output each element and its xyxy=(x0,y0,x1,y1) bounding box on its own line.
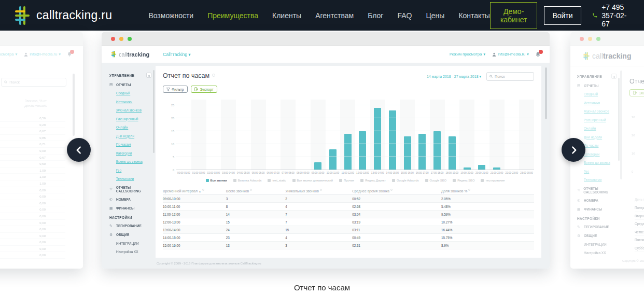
sidebar-report-link[interactable]: Источники xyxy=(116,100,156,104)
nav-link[interactable]: Клиенты xyxy=(272,11,301,20)
sidebar-report-link[interactable]: Категории xyxy=(116,151,156,155)
window-close-dot[interactable] xyxy=(111,37,115,41)
sidebar-report-link[interactable]: Гео xyxy=(116,169,156,172)
sidebar-report-link[interactable]: Сводный xyxy=(584,92,621,96)
sidebar-report-link[interactable]: Онлайн xyxy=(116,125,156,129)
sidebar-item-reports[interactable]: ▤ОТЧЕТЫ xyxy=(109,82,156,87)
nav-link[interactable]: FAQ xyxy=(397,11,412,20)
sidebar-item-finance[interactable]: ▦ФИНАНСЫ xyxy=(577,207,621,212)
sidebar-report-link[interactable]: Расширенный xyxy=(584,118,621,122)
table-row[interactable]: 14:00-15:0023400:4915.75% xyxy=(163,234,534,242)
sidebar-item-reports[interactable]: ▤ОТЧЕТЫ xyxy=(577,83,621,88)
filter-button[interactable]: Фильтр xyxy=(163,86,188,93)
sidebar-item-setting[interactable]: ⚙ОБЩИЕ xyxy=(109,233,156,237)
sidebar-report-link[interactable]: Журнал звонков xyxy=(584,109,621,113)
table-column-header[interactable]: Всего звонков xyxy=(226,187,286,195)
column-help-icon[interactable] xyxy=(250,189,252,191)
table-row[interactable]: 11:00-12:0014703:049.59% xyxy=(163,211,534,218)
sidebar-item-numbers[interactable]: ✆НОМЕРА xyxy=(577,199,621,203)
nav-link[interactable]: Агентствам xyxy=(315,11,354,20)
sidebar-item-setting[interactable]: ⚙ОБЩИЕ xyxy=(577,234,621,238)
legend-item[interactable]: Яндекс SEO xyxy=(453,179,474,182)
brand-logo[interactable]: calltracking.ru xyxy=(13,5,112,26)
sidebar-item-setting[interactable]: ✎ТЕГИРОВАНИЕ xyxy=(109,224,156,228)
search-input[interactable] xyxy=(486,72,534,81)
view-mode-dropdown[interactable]: Режим просмотра▾ xyxy=(0,52,17,57)
table-column-header[interactable]: Среднее время звонка xyxy=(352,187,441,195)
phone-contact[interactable]: +7 495 357-02-67 xyxy=(592,3,631,28)
legend-item[interactable]: Google Adwords xyxy=(392,179,419,182)
legend-item[interactable]: тестирование xyxy=(481,179,505,182)
chart-bar[interactable] xyxy=(418,134,426,170)
legend-item[interactable]: Прочие xyxy=(339,179,354,182)
search-field[interactable] xyxy=(9,80,63,84)
help-icon[interactable] xyxy=(212,74,215,77)
table-row[interactable]: 13:00-14:00241503:1116.44% xyxy=(163,226,534,234)
scrollbar-thumb[interactable] xyxy=(545,67,547,119)
table-column-header[interactable]: Временной интервал▲ xyxy=(163,187,226,195)
sidebar-item-setting[interactable]: ИНТЕГРАЦИИ xyxy=(116,242,156,245)
sidebar-report-link[interactable]: Дни недели xyxy=(584,135,621,139)
notifications-bell-icon[interactable] xyxy=(67,52,72,57)
sidebar-item-callscoring[interactable]: ☆ОТЧЕТЫ CALLSCORING xyxy=(577,187,621,194)
sidebar-report-link[interactable]: Сводный xyxy=(116,91,156,95)
sidebar-collapse-button[interactable]: ◂ xyxy=(146,73,151,78)
table-row[interactable]: 12:00-13:0015703:1910.27% xyxy=(163,218,534,226)
chart-bar[interactable] xyxy=(389,110,396,170)
sidebar-report-link[interactable]: Журнал звонков xyxy=(116,108,156,112)
sidebar-report-link[interactable]: Технологии xyxy=(584,178,621,181)
nav-link[interactable]: Преимущества xyxy=(207,11,258,20)
app-logo[interactable]: calltracking xyxy=(111,51,149,58)
window-zoom-dot[interactable] xyxy=(128,37,132,41)
chart-bar[interactable] xyxy=(329,149,337,170)
sidebar-item-setting[interactable]: ИНТЕГРАЦИИ xyxy=(584,243,621,246)
sidebar-report-link[interactable]: Время до звонка xyxy=(116,160,156,163)
legend-item[interactable]: Яндекс.Директ xyxy=(360,179,386,182)
scrollbar-thumb[interactable] xyxy=(73,74,75,136)
nav-link[interactable]: Возможности xyxy=(148,11,193,20)
column-help-icon[interactable] xyxy=(202,189,204,191)
sidebar-item-setting[interactable]: Настройка XX xyxy=(584,251,621,255)
sidebar-report-link[interactable]: Категории xyxy=(584,152,621,156)
sidebar-item-callscoring[interactable]: ☆ОТЧЕТЫ CALLSCORING xyxy=(109,186,156,193)
sidebar-report-link[interactable]: Технологии xyxy=(116,177,156,180)
user-menu[interactable]: info@i-media.ru▾ xyxy=(492,52,529,57)
nav-link[interactable]: Блог xyxy=(368,11,383,20)
chart-bar[interactable] xyxy=(374,108,381,170)
view-mode-dropdown[interactable]: Режим просмотра▾ xyxy=(450,52,485,57)
table-row[interactable]: 10:00-11:008402:585.48% xyxy=(163,203,534,211)
carousel-prev-button[interactable] xyxy=(67,138,91,162)
table-column-header[interactable]: Уникальных звонков xyxy=(285,187,352,195)
sidebar-item-numbers[interactable]: ✆НОМЕРА xyxy=(109,198,156,202)
sidebar-report-link[interactable]: Время до звонка xyxy=(584,161,621,164)
legend-item[interactable]: Все звонки динамический xyxy=(292,179,333,182)
table-column-header[interactable]: Доля звонков % xyxy=(441,187,534,195)
sidebar-report-link[interactable]: По часам xyxy=(116,143,156,146)
chart-bar[interactable] xyxy=(433,131,441,170)
table-row[interactable]: 15:00-16:0013302:318.9% xyxy=(163,242,534,249)
sidebar-item-finance[interactable]: ▦ФИНАНСЫ xyxy=(109,206,156,211)
nav-link[interactable]: Контакты xyxy=(458,11,489,20)
column-help-icon[interactable] xyxy=(390,189,393,191)
legend-item[interactable]: Google SEO xyxy=(425,179,447,182)
sidebar-report-link[interactable]: Источники xyxy=(584,101,621,105)
legend-item[interactable]: Все звонки xyxy=(206,179,227,182)
sidebar-item-setting[interactable]: ✎ТЕГИРОВАНИЕ xyxy=(577,225,621,229)
sidebar-collapse-button[interactable]: ◂ xyxy=(611,74,617,79)
sidebar-report-link[interactable]: Расширенный xyxy=(116,117,156,121)
sidebar-report-link[interactable]: Дни недели xyxy=(116,134,156,138)
carousel-next-button[interactable] xyxy=(562,138,585,162)
search-input[interactable] xyxy=(1,78,66,87)
sidebar-report-link[interactable]: По часам xyxy=(584,144,621,147)
chart-bar[interactable] xyxy=(314,162,321,170)
table-row[interactable]: 09:00-10:003200:522.05% xyxy=(163,195,534,203)
demo-cabinet-button[interactable]: Демо-кабинет xyxy=(490,2,538,29)
date-range-picker[interactable]: 14 марта 2018 - 27 марта 2018 ▾ xyxy=(427,75,481,79)
scrollbar-thumb[interactable] xyxy=(618,78,620,161)
project-selector[interactable]: CallTracking ▾ xyxy=(163,52,191,57)
sidebar-report-link[interactable]: Онлайн xyxy=(584,127,621,130)
chart-bar[interactable] xyxy=(449,136,456,170)
column-help-icon[interactable] xyxy=(468,189,470,191)
login-button[interactable]: Войти xyxy=(544,6,581,25)
sidebar-report-link[interactable]: Гео xyxy=(584,170,621,173)
